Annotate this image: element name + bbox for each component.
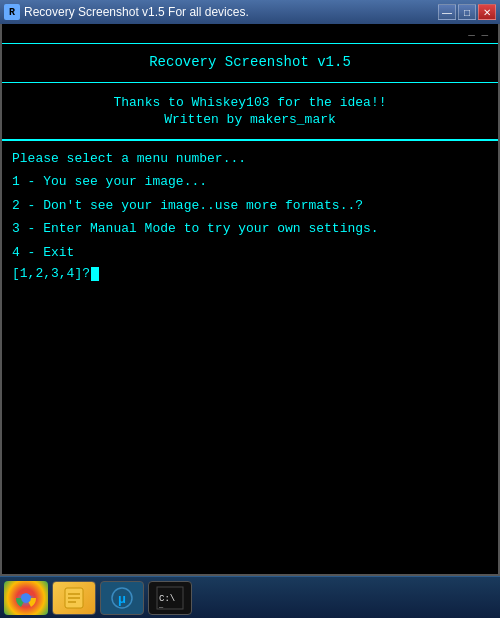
svg-text:μ: μ <box>118 591 126 606</box>
terminal: _ _ Recovery Screenshot v1.5 Thanks to W… <box>2 24 498 574</box>
top-dash: _ _ <box>468 26 488 38</box>
taskbar-cmd[interactable]: C:\ _ <box>148 581 192 615</box>
title-bar-buttons: — □ ✕ <box>438 4 496 20</box>
menu-prompt: Please select a menu number... <box>12 151 488 166</box>
file-icon <box>61 585 87 611</box>
thanks-line2: Written by makers_mark <box>2 112 498 127</box>
thanks-section: Thanks to Whiskey103 for the idea!! Writ… <box>2 83 498 141</box>
svg-point-0 <box>21 593 31 603</box>
svg-rect-3 <box>68 597 80 599</box>
header-section: Recovery Screenshot v1.5 <box>2 44 498 83</box>
thanks-line1: Thanks to Whiskey103 for the idea!! <box>2 95 498 110</box>
taskbar-chrome[interactable] <box>4 581 48 615</box>
input-line[interactable]: [1,2,3,4]? <box>12 266 488 281</box>
app-icon: R <box>4 4 20 20</box>
svg-rect-4 <box>68 601 76 603</box>
app-title: Recovery Screenshot v1.5 <box>2 54 498 70</box>
torrent-icon: μ <box>109 585 135 611</box>
taskbar: μ C:\ _ <box>0 576 500 618</box>
input-prompt: [1,2,3,4]? <box>12 266 90 281</box>
title-bar: R Recovery Screenshot v1.5 For all devic… <box>0 0 500 24</box>
menu-item-3: 3 - Enter Manual Mode to try your own se… <box>12 219 488 239</box>
maximize-button[interactable]: □ <box>458 4 476 20</box>
window-body: _ _ Recovery Screenshot v1.5 Thanks to W… <box>0 24 500 576</box>
svg-text:_: _ <box>158 601 164 609</box>
cursor-blink <box>91 267 99 281</box>
window-title: Recovery Screenshot v1.5 For all devices… <box>24 5 249 19</box>
app-icon-letter: R <box>9 7 15 18</box>
menu-item-1: 1 - You see your image... <box>12 172 488 192</box>
menu-item-2: 2 - Don't see your image..use more forma… <box>12 196 488 216</box>
svg-rect-2 <box>68 593 80 595</box>
minimize-button[interactable]: — <box>438 4 456 20</box>
title-bar-left: R Recovery Screenshot v1.5 For all devic… <box>4 4 249 20</box>
top-bar: _ _ <box>2 24 498 44</box>
menu-section: Please select a menu number... 1 - You s… <box>2 141 498 574</box>
chrome-icon <box>14 586 38 610</box>
taskbar-torrent[interactable]: μ <box>100 581 144 615</box>
cmd-icon: C:\ _ <box>155 585 185 611</box>
close-button[interactable]: ✕ <box>478 4 496 20</box>
menu-item-4: 4 - Exit <box>12 243 488 263</box>
taskbar-file[interactable] <box>52 581 96 615</box>
